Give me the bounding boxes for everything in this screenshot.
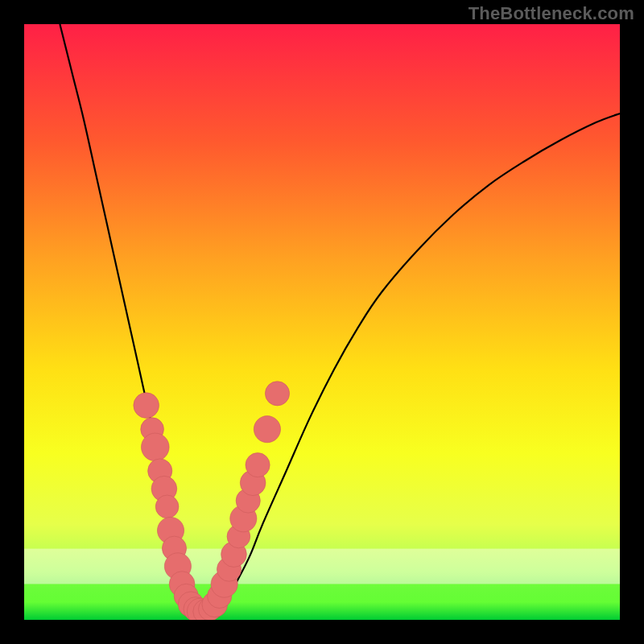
svg-rect-1 [24, 584, 620, 620]
gradient-background [24, 24, 620, 620]
chart-frame: TheBottleneck.com [0, 0, 644, 644]
data-bead [265, 382, 289, 406]
green-ok-band [24, 549, 620, 620]
svg-rect-0 [24, 549, 620, 584]
data-bead [134, 393, 159, 419]
data-bead [155, 495, 179, 518]
plot-area [24, 24, 620, 620]
data-bead [246, 453, 270, 477]
data-bead [141, 433, 169, 461]
watermark-text: TheBottleneck.com [469, 3, 634, 24]
plot-svg [24, 24, 620, 620]
data-bead [254, 416, 280, 443]
